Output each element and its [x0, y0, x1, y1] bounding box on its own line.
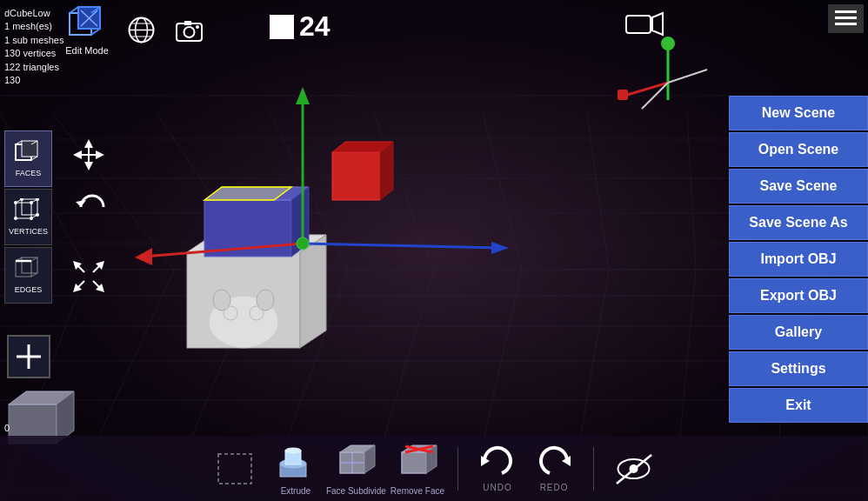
svg-rect-74 [835, 10, 857, 13]
edit-mode-btn[interactable]: Edit Mode [65, 4, 109, 56]
svg-marker-111 [73, 150, 82, 159]
face-subdivide-tool-item[interactable]: Face Subdivide [326, 442, 386, 496]
remove-face-icon [395, 442, 440, 484]
svg-line-60 [91, 29, 100, 35]
svg-line-58 [70, 7, 78, 13]
svg-line-53 [303, 244, 500, 248]
rotate-btn[interactable] [74, 190, 110, 228]
export-obj-btn[interactable]: Export OBJ [729, 278, 868, 313]
svg-point-55 [297, 237, 309, 250]
svg-line-104 [31, 257, 37, 261]
svg-rect-90 [22, 199, 37, 215]
svg-rect-75 [835, 17, 857, 19]
move-gizmo[interactable] [71, 137, 106, 176]
svg-line-18 [52, 113, 174, 270]
svg-point-48 [257, 290, 274, 311]
scale-arrows-icon [71, 259, 106, 294]
svg-marker-110 [84, 162, 93, 170]
gallery-btn[interactable]: Gallery [729, 315, 868, 350]
3d-viewport[interactable]: dCubeLow 1 mesh(es) 1 sub meshes 130 ver… [0, 0, 868, 501]
extra-info: 130 [4, 74, 63, 87]
svg-rect-134 [402, 452, 426, 473]
save-scene-btn[interactable]: Save Scene [729, 169, 868, 204]
svg-rect-85 [22, 141, 37, 157]
svg-marker-39 [300, 235, 326, 348]
photo-camera-btn[interactable] [174, 15, 204, 45]
extrude-tool-item[interactable]: Extrude [270, 442, 322, 496]
extrude-icon [273, 442, 318, 484]
main-object [187, 187, 326, 348]
sub-meshes: 1 sub meshes [4, 34, 63, 47]
redo-btn[interactable]: REDO [528, 445, 580, 492]
frame-number: 24 [299, 10, 331, 43]
svg-rect-76 [835, 23, 857, 25]
remove-face-tool-item[interactable]: Remove Face [391, 442, 444, 496]
vertices-tool[interactable]: VERTICES [4, 189, 52, 245]
hide-toggle-btn[interactable] [607, 451, 659, 487]
settings-btn[interactable]: Settings [729, 351, 868, 386]
svg-rect-70 [184, 21, 191, 25]
vertices-count: 130 vertices [4, 47, 63, 60]
svg-line-23 [587, 113, 609, 270]
svg-rect-72 [626, 16, 651, 33]
svg-point-99 [36, 198, 39, 201]
redo-label: REDO [540, 483, 569, 492]
rotate-icon [74, 190, 110, 224]
svg-point-47 [213, 290, 230, 311]
svg-rect-124 [218, 454, 251, 484]
red-cube [332, 142, 393, 200]
faces-icon [13, 140, 43, 166]
svg-rect-89 [16, 203, 31, 218]
new-scene-btn[interactable]: New Scene [729, 96, 868, 130]
svg-line-88 [31, 157, 37, 160]
object-name: dCubeLow [4, 7, 63, 20]
svg-point-97 [30, 217, 33, 220]
svg-point-98 [20, 198, 23, 201]
add-icon [13, 341, 44, 372]
svg-line-81 [668, 70, 707, 83]
remove-face-label: Remove Face [391, 486, 444, 496]
hamburger-menu-btn[interactable] [828, 4, 864, 33]
edges-label: EDGES [15, 285, 43, 294]
faces-label: FACES [16, 169, 42, 177]
svg-point-69 [184, 27, 195, 37]
undo-btn[interactable]: UNDO [471, 445, 524, 492]
separator-1 [457, 447, 458, 491]
add-object-btn[interactable] [7, 335, 50, 378]
extrude-label: Extrude [281, 486, 310, 496]
faces-tool[interactable]: FACES [4, 130, 52, 187]
svg-line-24 [687, 113, 696, 270]
bottom-toolbar: Extrude Face Subdivide [0, 436, 868, 501]
exit-btn[interactable]: Exit [729, 388, 868, 423]
svg-marker-36 [380, 142, 393, 200]
save-scene-as-btn[interactable]: Save Scene As [729, 205, 868, 240]
frame-counter: 24 [270, 10, 331, 43]
svg-point-128 [285, 448, 301, 453]
svg-rect-83 [618, 90, 628, 100]
svg-point-100 [36, 213, 39, 217]
svg-marker-109 [84, 139, 93, 148]
select-tool-item[interactable] [209, 448, 261, 490]
svg-point-71 [196, 25, 199, 29]
object-info: dCubeLow 1 mesh(es) 1 sub meshes 130 ver… [4, 7, 63, 87]
face-subdivide-icon [333, 442, 378, 484]
svg-point-79 [661, 37, 675, 50]
edit-mode-label: Edit Mode [65, 45, 109, 56]
globe-btn[interactable] [126, 15, 157, 45]
redo-arrow-icon [532, 445, 576, 480]
open-scene-btn[interactable]: Open Scene [729, 132, 868, 167]
edges-tool[interactable]: EDGES [4, 247, 52, 304]
svg-rect-102 [22, 257, 37, 273]
scale-gizmo[interactable] [71, 259, 106, 297]
undo-arrow-icon [476, 445, 519, 480]
svg-rect-34 [332, 152, 380, 200]
orientation-gizmo [616, 35, 720, 113]
import-obj-btn[interactable]: Import OBJ [729, 242, 868, 277]
undo-label: UNDO [483, 483, 511, 492]
coordinate-display: 0 [4, 423, 10, 433]
photo-camera-icon [174, 15, 204, 45]
move-arrows-icon [71, 137, 106, 172]
right-menu-panel: New Scene Open Scene Save Scene Save Sce… [729, 96, 868, 423]
hide-eye-icon [610, 451, 658, 487]
vertices-label: VERTICES [9, 227, 48, 236]
